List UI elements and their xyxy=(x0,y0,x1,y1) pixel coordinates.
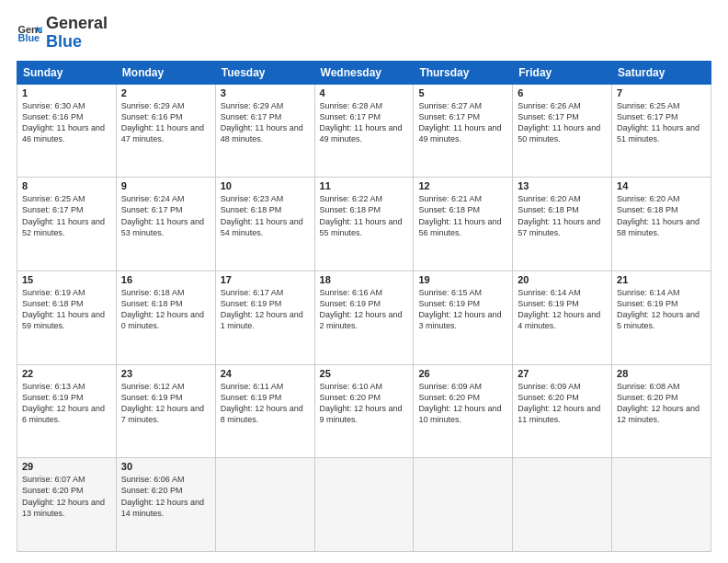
day-num-16: 16 xyxy=(121,274,210,285)
day-cell-9: 9 Sunrise: 6:24 AM Sunset: 6:17 PM Dayli… xyxy=(116,178,215,271)
day-info-15: Sunrise: 6:19 AM Sunset: 6:18 PM Dayligh… xyxy=(22,287,111,332)
day-num-14: 14 xyxy=(617,180,706,191)
day-num-11: 11 xyxy=(320,180,409,191)
day-num-8: 8 xyxy=(22,180,111,191)
week-row-4: 22 Sunrise: 6:13 AM Sunset: 6:19 PM Dayl… xyxy=(17,364,711,458)
calendar-table: Sunday Monday Tuesday Wednesday Thursday… xyxy=(17,61,711,552)
day-cell-26: 26 Sunrise: 6:09 AM Sunset: 6:20 PM Dayl… xyxy=(414,364,513,458)
day-cell-10: 10 Sunrise: 6:23 AM Sunset: 6:18 PM Dayl… xyxy=(215,178,314,271)
day-info-27: Sunrise: 6:09 AM Sunset: 6:20 PM Dayligh… xyxy=(518,381,607,426)
week-row-3: 15 Sunrise: 6:19 AM Sunset: 6:18 PM Dayl… xyxy=(17,270,711,364)
day-num-10: 10 xyxy=(221,180,310,191)
day-info-29: Sunrise: 6:07 AM Sunset: 6:20 PM Dayligh… xyxy=(22,474,111,519)
day-num-29: 29 xyxy=(22,461,111,472)
day-num-19: 19 xyxy=(418,274,507,285)
day-info-4: Sunrise: 6:28 AM Sunset: 6:17 PM Dayligh… xyxy=(320,100,409,145)
calendar-body: 1 Sunrise: 6:30 AM Sunset: 6:16 PM Dayli… xyxy=(17,84,711,551)
col-thursday: Thursday xyxy=(414,61,513,84)
day-info-14: Sunrise: 6:20 AM Sunset: 6:18 PM Dayligh… xyxy=(617,193,706,238)
day-info-3: Sunrise: 6:29 AM Sunset: 6:17 PM Dayligh… xyxy=(221,100,310,145)
day-cell-27: 27 Sunrise: 6:09 AM Sunset: 6:20 PM Dayl… xyxy=(513,364,612,458)
day-num-25: 25 xyxy=(320,368,409,379)
day-cell-20: 20 Sunrise: 6:14 AM Sunset: 6:19 PM Dayl… xyxy=(513,270,612,364)
day-info-20: Sunrise: 6:14 AM Sunset: 6:19 PM Dayligh… xyxy=(518,287,607,332)
logo-icon: General Blue xyxy=(17,20,42,46)
day-info-7: Sunrise: 6:25 AM Sunset: 6:17 PM Dayligh… xyxy=(617,100,706,145)
day-cell-13: 13 Sunrise: 6:20 AM Sunset: 6:18 PM Dayl… xyxy=(513,178,612,271)
week-row-2: 8 Sunrise: 6:25 AM Sunset: 6:17 PM Dayli… xyxy=(17,178,711,271)
day-num-18: 18 xyxy=(320,274,409,285)
day-num-4: 4 xyxy=(320,87,409,98)
col-friday: Friday xyxy=(513,61,612,84)
day-cell-4: 4 Sunrise: 6:28 AM Sunset: 6:17 PM Dayli… xyxy=(314,84,414,178)
day-info-1: Sunrise: 6:30 AM Sunset: 6:16 PM Dayligh… xyxy=(22,100,111,145)
col-wednesday: Wednesday xyxy=(314,61,414,84)
day-num-24: 24 xyxy=(221,368,310,379)
empty-cell xyxy=(513,458,612,552)
day-num-27: 27 xyxy=(518,368,607,379)
day-num-15: 15 xyxy=(22,274,111,285)
day-cell-6: 6 Sunrise: 6:26 AM Sunset: 6:17 PM Dayli… xyxy=(513,84,612,178)
day-cell-21: 21 Sunrise: 6:14 AM Sunset: 6:19 PM Dayl… xyxy=(612,270,711,364)
day-num-2: 2 xyxy=(121,87,210,98)
day-info-23: Sunrise: 6:12 AM Sunset: 6:19 PM Dayligh… xyxy=(121,381,210,426)
col-monday: Monday xyxy=(116,61,215,84)
day-cell-1: 1 Sunrise: 6:30 AM Sunset: 6:16 PM Dayli… xyxy=(17,84,117,178)
day-num-12: 12 xyxy=(418,180,507,191)
day-info-19: Sunrise: 6:15 AM Sunset: 6:19 PM Dayligh… xyxy=(418,287,507,332)
day-num-6: 6 xyxy=(518,87,607,98)
col-saturday: Saturday xyxy=(612,61,711,84)
empty-cell xyxy=(215,458,314,552)
day-num-1: 1 xyxy=(22,87,111,98)
day-info-25: Sunrise: 6:10 AM Sunset: 6:20 PM Dayligh… xyxy=(320,381,409,426)
day-info-9: Sunrise: 6:24 AM Sunset: 6:17 PM Dayligh… xyxy=(121,193,210,238)
col-sunday: Sunday xyxy=(17,61,117,84)
day-cell-22: 22 Sunrise: 6:13 AM Sunset: 6:19 PM Dayl… xyxy=(17,364,117,458)
day-cell-19: 19 Sunrise: 6:15 AM Sunset: 6:19 PM Dayl… xyxy=(414,270,513,364)
day-cell-17: 17 Sunrise: 6:17 AM Sunset: 6:19 PM Dayl… xyxy=(215,270,314,364)
day-num-9: 9 xyxy=(121,180,210,191)
empty-cell xyxy=(314,458,414,552)
day-info-17: Sunrise: 6:17 AM Sunset: 6:19 PM Dayligh… xyxy=(221,287,310,332)
logo-general: General xyxy=(46,15,108,33)
day-info-24: Sunrise: 6:11 AM Sunset: 6:19 PM Dayligh… xyxy=(221,381,310,426)
day-num-13: 13 xyxy=(518,180,607,191)
day-info-22: Sunrise: 6:13 AM Sunset: 6:19 PM Dayligh… xyxy=(22,381,111,426)
day-cell-28: 28 Sunrise: 6:08 AM Sunset: 6:20 PM Dayl… xyxy=(612,364,711,458)
day-cell-2: 2 Sunrise: 6:29 AM Sunset: 6:16 PM Dayli… xyxy=(116,84,215,178)
day-info-18: Sunrise: 6:16 AM Sunset: 6:19 PM Dayligh… xyxy=(320,287,409,332)
col-tuesday: Tuesday xyxy=(215,61,314,84)
day-cell-25: 25 Sunrise: 6:10 AM Sunset: 6:20 PM Dayl… xyxy=(314,364,414,458)
week-row-5: 29 Sunrise: 6:07 AM Sunset: 6:20 PM Dayl… xyxy=(17,458,711,552)
empty-cell xyxy=(414,458,513,552)
day-num-26: 26 xyxy=(418,368,507,379)
day-info-28: Sunrise: 6:08 AM Sunset: 6:20 PM Dayligh… xyxy=(617,381,706,426)
day-info-2: Sunrise: 6:29 AM Sunset: 6:16 PM Dayligh… xyxy=(121,100,210,145)
day-num-30: 30 xyxy=(121,461,210,472)
day-cell-30: 30 Sunrise: 6:06 AM Sunset: 6:20 PM Dayl… xyxy=(116,458,215,552)
logo: General Blue General Blue xyxy=(17,15,108,52)
day-cell-23: 23 Sunrise: 6:12 AM Sunset: 6:19 PM Dayl… xyxy=(116,364,215,458)
header: General Blue General Blue xyxy=(17,15,711,52)
day-num-7: 7 xyxy=(617,87,706,98)
day-num-20: 20 xyxy=(518,274,607,285)
day-cell-5: 5 Sunrise: 6:27 AM Sunset: 6:17 PM Dayli… xyxy=(414,84,513,178)
day-num-3: 3 xyxy=(221,87,310,98)
day-info-5: Sunrise: 6:27 AM Sunset: 6:17 PM Dayligh… xyxy=(418,100,507,145)
day-info-16: Sunrise: 6:18 AM Sunset: 6:18 PM Dayligh… xyxy=(121,287,210,332)
day-cell-7: 7 Sunrise: 6:25 AM Sunset: 6:17 PM Dayli… xyxy=(612,84,711,178)
day-num-21: 21 xyxy=(617,274,706,285)
empty-cell xyxy=(612,458,711,552)
day-cell-11: 11 Sunrise: 6:22 AM Sunset: 6:18 PM Dayl… xyxy=(314,178,414,271)
day-cell-29: 29 Sunrise: 6:07 AM Sunset: 6:20 PM Dayl… xyxy=(17,458,117,552)
week-row-1: 1 Sunrise: 6:30 AM Sunset: 6:16 PM Dayli… xyxy=(17,84,711,178)
day-num-22: 22 xyxy=(22,368,111,379)
day-cell-8: 8 Sunrise: 6:25 AM Sunset: 6:17 PM Dayli… xyxy=(17,178,117,271)
day-info-8: Sunrise: 6:25 AM Sunset: 6:17 PM Dayligh… xyxy=(22,193,111,238)
day-info-30: Sunrise: 6:06 AM Sunset: 6:20 PM Dayligh… xyxy=(121,474,210,519)
day-cell-15: 15 Sunrise: 6:19 AM Sunset: 6:18 PM Dayl… xyxy=(17,270,117,364)
svg-text:Blue: Blue xyxy=(18,32,40,43)
day-cell-12: 12 Sunrise: 6:21 AM Sunset: 6:18 PM Dayl… xyxy=(414,178,513,271)
day-cell-14: 14 Sunrise: 6:20 AM Sunset: 6:18 PM Dayl… xyxy=(612,178,711,271)
day-cell-18: 18 Sunrise: 6:16 AM Sunset: 6:19 PM Dayl… xyxy=(314,270,414,364)
